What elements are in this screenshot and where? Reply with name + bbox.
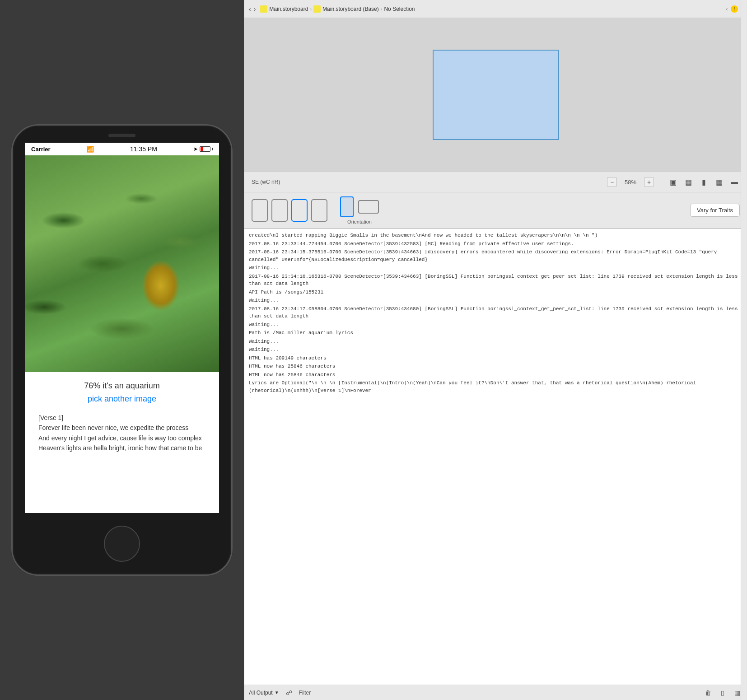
leaf-overlay [25, 155, 219, 372]
zoom-level-label: 58% [621, 179, 640, 186]
iphone-speaker [108, 134, 135, 137]
device-icon-plus[interactable] [311, 199, 327, 222]
breadcrumb-label-1[interactable]: Main.storyboard [269, 6, 308, 12]
console-line: Path is /Mac-miller-aquarium-lyrics [249, 329, 742, 337]
view-controller-box[interactable] [433, 50, 559, 140]
lyrics-header: [Verse 1] [38, 414, 63, 421]
console-line: 2017-08-16 23:33:44.774454-0700 SceneDet… [249, 240, 742, 248]
device-selector: Orientation Vary for Traits [244, 192, 747, 229]
all-output-label: All Output ▼ [249, 690, 279, 696]
console-area: created\nI started rapping Biggie Smalls… [244, 229, 747, 700]
breadcrumb: Main.storyboard › Main.storyboard (Base)… [260, 5, 415, 13]
lyrics-line1: Forever life been never nice, we expedit… [38, 424, 188, 431]
canvas-area [244, 18, 747, 172]
battery-body [200, 146, 210, 152]
wifi-icon: 📶 [87, 146, 94, 153]
breadcrumb-sep-2: › [381, 6, 383, 12]
console-output: created\nI started rapping Biggie Smalls… [244, 229, 747, 685]
console-line: created\nI started rapping Biggie Smalls… [249, 232, 742, 239]
vertical-scrollbar[interactable] [741, 0, 747, 700]
iphone-screen: Carrier 📶 11:35 PM ➤ [25, 143, 219, 513]
breadcrumb-item-3: No Selection [384, 6, 415, 12]
orientation-label: Orientation [347, 219, 372, 224]
breadcrumb-item-1: Main.storyboard [260, 5, 308, 13]
lyrics-line3: Heaven's lights are hella bright, ironic… [38, 444, 202, 452]
console-line: Waiting... [249, 264, 742, 272]
layout-icon-2[interactable]: ▮ [698, 177, 709, 187]
orientation-icons [340, 196, 379, 217]
status-bar: Carrier 📶 11:35 PM ➤ [25, 143, 219, 155]
storyboard-base-icon [313, 5, 321, 13]
app-photo [25, 155, 219, 372]
split-view-icon-1[interactable]: ▯ [717, 687, 728, 698]
layout-icon-3[interactable]: ▦ [714, 177, 724, 187]
battery-tip [212, 148, 213, 150]
confidence-text: 76% it's an aquarium [38, 381, 205, 391]
console-line: 2017-08-16 23:34:16.165316-0700 SceneDet… [249, 273, 742, 288]
layout-icon-4[interactable]: ▬ [729, 177, 740, 187]
filter-icon[interactable]: ☍ [284, 687, 294, 698]
back-arrow[interactable]: ‹ [249, 5, 251, 13]
breadcrumb-label-2[interactable]: Main.storyboard (Base) [322, 6, 379, 12]
warning-icon: ! [731, 5, 738, 13]
zoom-out-button[interactable]: − [607, 177, 617, 187]
console-line: API Path is /songs/155231 [249, 289, 742, 296]
landscape-orientation-icon[interactable] [358, 200, 379, 214]
orientation-section: Orientation [340, 196, 379, 224]
console-line: 2017-08-16 23:34:15.375516-0700 SceneDet… [249, 248, 742, 263]
chevron-down-icon[interactable]: ▼ [275, 690, 279, 695]
breadcrumb-item-2: Main.storyboard (Base) [313, 5, 379, 13]
forward-arrow[interactable]: › [254, 5, 256, 13]
storyboard-icon [260, 5, 267, 13]
pick-image-link[interactable]: pick another image [38, 394, 205, 404]
app-content: 76% it's an aquarium pick another image … [25, 372, 219, 513]
console-line: 2017-08-16 23:34:17.058804-0700 SceneDet… [249, 305, 742, 320]
device-icon-55inch[interactable] [291, 199, 308, 222]
filter-label: Filter [299, 690, 311, 696]
view-options-icon[interactable]: ▣ [668, 177, 678, 187]
device-icon-4inch[interactable] [252, 199, 268, 222]
breadcrumb-label-3[interactable]: No Selection [384, 6, 415, 12]
device-icon-47inch[interactable] [271, 199, 288, 222]
simulator-panel: Carrier 📶 11:35 PM ➤ [0, 0, 244, 700]
bottom-icons: 🗑 ▯ ▦ [703, 687, 742, 698]
storyboard-canvas[interactable] [244, 18, 747, 172]
console-line: HTML now has 25846 characters [249, 371, 742, 379]
battery-fill [201, 147, 203, 151]
nav-back-icon[interactable]: ‹ [726, 5, 728, 12]
console-toolbar: All Output ▼ ☍ Filter 🗑 ▯ ▦ [244, 685, 747, 700]
nav-bar: ‹ › Main.storyboard › Main.storyboard (B… [244, 0, 747, 18]
trash-icon[interactable]: 🗑 [703, 687, 714, 698]
portrait-orientation-icon[interactable] [340, 196, 354, 217]
home-button[interactable] [104, 526, 140, 562]
status-bar-right: ➤ [193, 146, 213, 152]
console-line: Waiting... [249, 297, 742, 304]
zoom-controls: − 58% + [607, 177, 654, 187]
nav-arrows: ‹ › [249, 5, 256, 13]
zoom-in-button[interactable]: + [644, 177, 654, 187]
time-label: 11:35 PM [130, 145, 157, 153]
battery-indicator [200, 146, 213, 152]
console-line: Waiting... [249, 338, 742, 345]
carrier-label: Carrier [31, 146, 51, 153]
console-line: Waiting... [249, 321, 742, 329]
size-class-label: SE (wC nR) [252, 179, 280, 185]
compass-icon: ➤ [193, 146, 198, 152]
lyrics-text: [Verse 1] Forever life been never nice, … [38, 413, 205, 453]
xcode-panel: ‹ › Main.storyboard › Main.storyboard (B… [244, 0, 747, 700]
iphone-home-area [104, 513, 140, 574]
toolbar-icons: ▣ ▦ ▮ ▦ ▬ [668, 177, 740, 187]
lyrics-line2: And every night I get advice, cause life… [38, 434, 202, 442]
console-line: Lyrics are Optional("\n \n \n [Instrumen… [249, 379, 742, 394]
layout-icon-1[interactable]: ▦ [683, 177, 694, 187]
iphone-frame: Carrier 📶 11:35 PM ➤ [11, 124, 233, 576]
all-output-text: All Output [249, 690, 273, 696]
canvas-toolbar: SE (wC nR) − 58% + ▣ ▦ ▮ ▦ ▬ [244, 172, 747, 192]
console-line: HTML has 209149 characters [249, 355, 742, 362]
console-line: Waiting... [249, 346, 742, 354]
breadcrumb-sep-1: › [310, 6, 312, 12]
vary-traits-button[interactable]: Vary for Traits [690, 204, 740, 217]
console-line: HTML now has 25846 characters [249, 363, 742, 370]
